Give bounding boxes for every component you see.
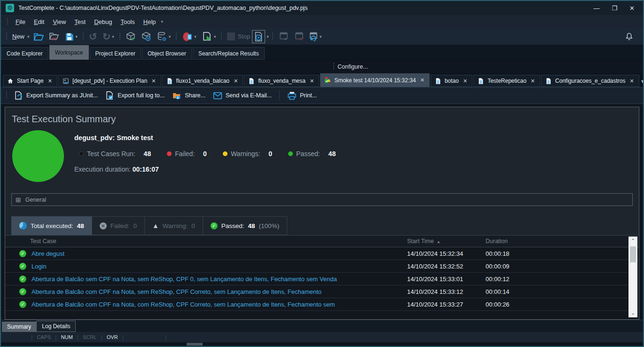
toolbar-grip[interactable] [175,33,177,40]
menu-tools[interactable]: Tools [116,16,139,27]
toolbar-grip[interactable] [82,33,84,40]
checkpoint-button[interactable] [139,30,153,43]
close-icon[interactable]: ✕ [530,78,536,84]
close-icon[interactable]: ✕ [233,78,239,84]
export-full-log-button[interactable]: Export full log to... [102,89,168,102]
doctab-smoke-test[interactable]: Smoke test 14/10/2024 15:32:34 ✕ [320,73,430,87]
toolbar-grip[interactable] [119,33,121,40]
configure-button[interactable]: Configure... [338,63,368,70]
test-case-link[interactable]: Abertura de Balcão sem CPF na Nota, sem … [31,276,337,283]
redo-button[interactable]: ↻▾ [101,31,116,43]
menu-edit[interactable]: Edit [30,16,48,27]
expand-plus-icon[interactable]: ⊞ [16,197,21,203]
stop-button[interactable]: Stop [225,31,252,42]
col-test-case[interactable]: Test Case [5,238,407,244]
toolbar-grip[interactable] [220,33,222,40]
print-icon [287,91,297,100]
menu-debug[interactable]: Debug [90,16,116,27]
restore-window-button[interactable]: ▾ [306,30,324,43]
test-case-link[interactable]: Abertura de Balcão com CPF na Nota, sem … [31,288,322,295]
share-button[interactable]: Share... [168,89,209,102]
close-icon[interactable]: ✕ [629,78,635,84]
general-section-header[interactable]: ⊞ General [11,193,633,206]
filter-passed[interactable]: ✓ Passed:48 (100%) [203,216,287,235]
close-icon[interactable]: ✕ [47,78,53,84]
passed-check-icon: ✓ [19,250,26,257]
doctab-fluxo1-venda-balcao[interactable]: fluxo1_venda_balcao ✕ [162,75,243,87]
doctab-testerepeticao[interactable]: TesteRepeticao ✕ [473,75,540,87]
toolbar-grip[interactable] [333,63,335,71]
export-summary-junit-button[interactable]: Export Summary as JUnit... [10,89,102,102]
scroll-up-icon[interactable]: ⌃ [631,237,635,245]
scroll-down-icon[interactable]: ⌄ [631,309,635,317]
doctab-botao[interactable]: botao ✕ [431,75,472,87]
script-icon [166,78,173,85]
tab-object-browser[interactable]: Object Browser [142,47,192,60]
vertical-scrollbar[interactable]: ⌃ ⌄ [628,237,637,317]
toolbar-grip[interactable] [6,33,8,40]
send-email-button[interactable]: Send via E-Mail... [209,90,275,102]
test-case-link[interactable]: Login [31,263,47,270]
show-log-button[interactable]: ▾ [180,30,198,43]
menu-view[interactable]: View [48,16,70,27]
close-window-button[interactable]: ✕ [292,30,306,43]
new-button[interactable]: New▾ [10,32,31,41]
filter-total-executed[interactable]: Total executed:48 [11,216,92,235]
close-icon[interactable]: ✕ [309,78,315,84]
debug-run-icon [253,32,264,42]
new-window-button[interactable]: + [276,30,291,43]
open-project-button[interactable] [31,31,46,43]
menu-test[interactable]: Test [70,16,90,27]
menu-help[interactable]: Help [139,16,160,27]
tab-log-details[interactable]: Log Details [36,321,76,332]
col-duration[interactable]: Duration [486,238,627,244]
test-case-link[interactable]: Abre degust [31,250,64,257]
doctab-start-page[interactable]: Start Page ✕ [3,75,57,87]
table-row[interactable]: ✓Abertura de Balcão sem CPF na Nota, sem… [5,273,639,285]
toolbar-grip[interactable] [272,33,274,40]
export-junit-icon [14,91,23,100]
filter-warning[interactable]: ▲ Warning:0 [144,216,203,235]
table-row[interactable]: ✓Login 14/10/2024 15:32:52 00:00:09 [5,260,639,273]
menu-file[interactable]: File [11,16,30,27]
save-button[interactable]: ▾ [63,31,80,43]
close-icon[interactable]: ✕ [150,78,157,84]
filter-failed[interactable]: ✕ Failed:0 [92,216,144,235]
print-button[interactable]: Print... [283,89,321,102]
table-row[interactable]: ✓Abre degust 14/10/2024 15:32:34 00:00:1… [5,247,639,260]
doctab-configuracoes-e-cadastros[interactable]: Configuracoes_e_cadastros ✕ [541,75,639,87]
tab-project-explorer[interactable]: Project Explorer [90,47,141,60]
test-case-link[interactable]: Abertura de Balcão com CPF na Nota, com … [31,301,335,308]
tab-workspace[interactable]: Workspace [49,45,89,60]
chevron-down-icon[interactable]: ▾ [267,34,269,39]
tab-code-explorer[interactable]: Code Explorer [1,47,48,60]
close-icon[interactable]: ✕ [419,77,425,83]
col-start-time[interactable]: Start Time▲ [407,238,486,244]
toolbar-grip[interactable] [7,18,8,25]
doctab-fluxo-venda-mesa[interactable]: fluxo_venda_mesa ✕ [244,75,319,87]
tab-search-replace-results[interactable]: Search/Replace Results [193,47,265,60]
menu-overflow-caret[interactable]: ▾ [161,19,164,24]
add-item-button[interactable]: + [124,30,138,43]
minimize-button[interactable]: — [593,5,599,12]
horizontal-scrollbar[interactable] [1,342,643,346]
scrollbar-thumb[interactable] [630,246,636,262]
table-row[interactable]: ✓Abertura de Balcão com CPF na Nota, sem… [5,285,639,298]
close-button[interactable]: ✕ [629,5,635,12]
test-log-icon [324,77,331,84]
undo-button[interactable]: ↺ [87,31,99,43]
close-icon[interactable]: ✕ [462,78,468,84]
sort-asc-icon: ▲ [437,240,440,244]
scrollbar-thumb[interactable] [187,343,203,346]
run-test-button[interactable]: ▾ [200,30,218,43]
tab-list-dropdown[interactable]: ▼ [640,79,644,87]
restore-button[interactable]: ❐ [612,5,617,12]
data-generator-button[interactable]: ⚙ ▾ [155,30,173,43]
toolbar-grip[interactable] [6,92,8,99]
table-row[interactable]: ✓Abertura de Balcão com CPF na Nota, com… [5,298,639,311]
doctab-execution-plan[interactable]: [degust_pdv] - Execution Plan ✕ [58,75,161,87]
close-project-button[interactable]: ✕ [47,31,61,43]
debug-run-button[interactable] [252,30,265,43]
notifications-button[interactable] [623,31,636,43]
tab-summary[interactable]: Summary [2,322,36,332]
